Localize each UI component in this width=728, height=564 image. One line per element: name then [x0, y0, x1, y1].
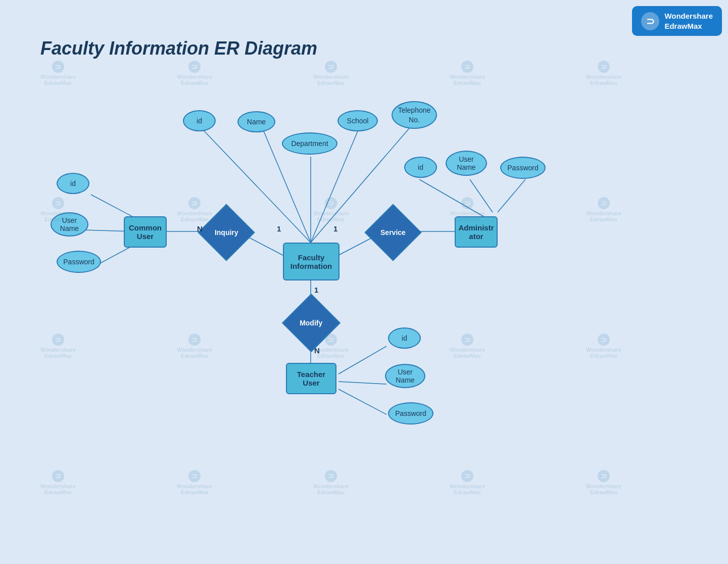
er-lines [0, 0, 728, 564]
attr-adm-id: id [404, 157, 437, 178]
label-modify-n: N [314, 346, 320, 355]
attr-adm-password: Password [500, 157, 546, 179]
attr-name: Name [237, 111, 275, 132]
label-service-1: 1 [333, 224, 337, 233]
attr-tu-password: Password [388, 402, 433, 425]
svg-line-19 [338, 389, 386, 414]
attr-tu-username: User Name [385, 364, 425, 388]
svg-line-11 [91, 195, 134, 217]
service-entity: Service [373, 212, 413, 253]
edrawmax-icon: ⊃ [641, 12, 659, 30]
attr-department: Department [282, 132, 337, 155]
logo-text: WondershareEdrawMax [664, 11, 713, 31]
attr-telephone: Telephone No. [392, 101, 437, 129]
common-user-entity: Common User [124, 216, 167, 248]
attr-cu-password: Password [57, 251, 101, 273]
inquiry-entity: Inquiry [206, 212, 247, 253]
modify-entity: Modify [290, 302, 332, 344]
svg-line-18 [338, 382, 386, 384]
attr-cu-id: id [57, 173, 89, 194]
logo-area: ⊃ WondershareEdrawMax [632, 6, 722, 36]
attr-adm-username: User Name [446, 151, 487, 176]
attr-school: School [337, 110, 378, 131]
label-inquiry-n: N [197, 224, 203, 233]
page-title: Faculty Information ER Diagram [40, 38, 317, 59]
administrator-entity: Administr ator [455, 216, 498, 248]
attr-cu-username: User Name [51, 212, 88, 237]
attr-tu-id: id [388, 327, 421, 349]
label-inquiry-1: 1 [277, 224, 281, 233]
svg-line-15 [470, 179, 493, 212]
svg-line-16 [498, 179, 525, 212]
svg-line-14 [419, 179, 485, 217]
teacher-user-entity: Teacher User [286, 363, 336, 394]
label-faculty-below-1: 1 [314, 286, 318, 294]
svg-line-17 [338, 346, 386, 374]
attr-id-fi: id [183, 110, 216, 131]
faculty-information-entity: Faculty Information [283, 243, 339, 280]
